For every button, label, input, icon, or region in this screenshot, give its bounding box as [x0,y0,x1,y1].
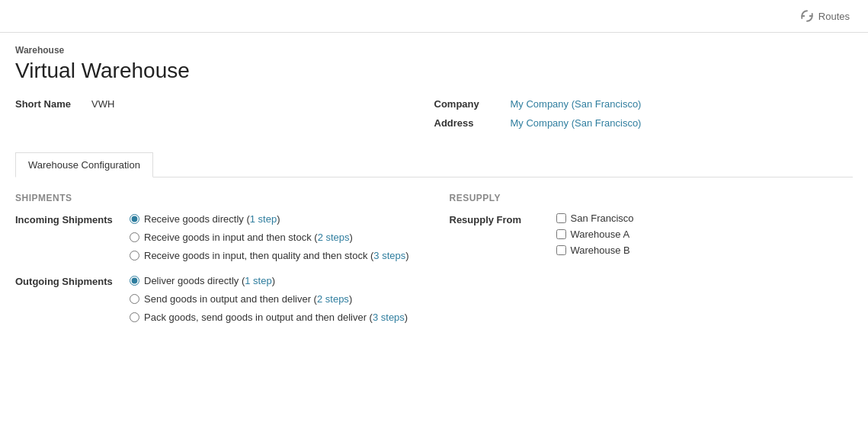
outgoing-option-3-text: Pack goods, send goods in output and the… [144,311,408,324]
resupply-options: San Francisco Warehouse A Warehouse B [556,213,634,256]
breadcrumb: Warehouse [15,45,853,56]
routes-label: Routes [818,11,850,22]
form-fields: Short Name VWH Company My Company (San F… [15,98,853,136]
resupply-option-warehouse-b-label: Warehouse B [571,245,630,256]
company-row: Company My Company (San Francisco) [434,98,854,110]
address-row: Address My Company (San Francisco) [434,117,854,129]
short-name-row: Short Name VWH [15,98,434,110]
outgoing-radio-3[interactable] [130,312,139,322]
outgoing-shipments-label: Outgoing Shipments [15,274,130,325]
resupply-option-san-francisco[interactable]: San Francisco [556,213,634,224]
incoming-highlight-3: 3 steps [373,250,405,261]
shipments-heading: Shipments [15,193,419,203]
outgoing-highlight-3: 3 steps [373,312,405,323]
address-label: Address [434,117,511,129]
resupply-field: Resupply From San Francisco Warehouse A [450,213,854,256]
incoming-highlight-1: 1 step [250,213,277,225]
resupply-checkbox-warehouse-a[interactable] [556,229,566,239]
incoming-option-2-text: Receive goods in input and then stock (2… [144,231,353,245]
resupply-checkbox-san-francisco[interactable] [556,213,566,223]
outgoing-option-1-text: Deliver goods directly (1 step) [144,274,275,288]
form-left: Short Name VWH [15,98,434,136]
section-content: Shipments Incoming Shipments Receive goo… [15,193,853,335]
outgoing-option-2[interactable]: Send goods in output and then deliver (2… [130,293,408,306]
resupply-option-warehouse-a-label: Warehouse A [571,229,630,240]
outgoing-radio-1[interactable] [130,276,139,286]
outgoing-highlight-1: 1 step [245,275,271,286]
resupply-heading: Resupply [450,193,854,203]
form-right: Company My Company (San Francisco) Addre… [434,98,854,136]
incoming-option-1-text: Receive goods directly (1 step) [144,213,280,226]
incoming-highlight-2: 2 steps [318,232,350,243]
shipments-section: Shipments Incoming Shipments Receive goo… [15,193,419,335]
config-sections: Shipments Incoming Shipments Receive goo… [15,193,853,335]
outgoing-shipments-options: Deliver goods directly (1 step) Send goo… [130,274,408,325]
tab-warehouse-configuration-label: Warehouse Configuration [28,159,140,171]
main-content: Warehouse Virtual Warehouse Short Name V… [0,33,868,347]
resupply-from-label: Resupply From [450,213,541,256]
incoming-radio-3[interactable] [130,251,139,261]
outgoing-option-3[interactable]: Pack goods, send goods in output and the… [130,311,408,324]
outgoing-highlight-2: 2 steps [317,293,349,305]
routes-icon [800,9,814,23]
company-value[interactable]: My Company (San Francisco) [511,98,642,110]
tab-warehouse-configuration[interactable]: Warehouse Configuration [15,152,153,177]
routes-button[interactable]: Routes [794,6,856,26]
resupply-section: Resupply Resupply From San Francisco War… [450,193,854,335]
page-title: Virtual Warehouse [15,59,853,83]
short-name-label: Short Name [15,98,91,110]
incoming-option-2[interactable]: Receive goods in input and then stock (2… [130,231,409,245]
top-bar: Routes [0,0,868,33]
resupply-checkbox-warehouse-b[interactable] [556,245,566,255]
resupply-option-warehouse-b[interactable]: Warehouse B [556,245,634,256]
incoming-shipments-options: Receive goods directly (1 step) Receive … [130,213,409,264]
resupply-option-san-francisco-label: San Francisco [571,213,634,224]
incoming-radio-2[interactable] [130,232,139,242]
incoming-option-3[interactable]: Receive goods in input, then quality and… [130,249,409,263]
outgoing-radio-2[interactable] [130,294,139,304]
incoming-shipments-field: Incoming Shipments Receive goods directl… [15,213,419,264]
outgoing-shipments-field: Outgoing Shipments Deliver goods directl… [15,274,419,325]
address-value[interactable]: My Company (San Francisco) [511,117,642,129]
company-label: Company [434,98,511,110]
incoming-option-1[interactable]: Receive goods directly (1 step) [130,213,409,226]
outgoing-option-1[interactable]: Deliver goods directly (1 step) [130,274,408,288]
incoming-radio-1[interactable] [130,214,139,224]
incoming-shipments-label: Incoming Shipments [15,213,130,264]
resupply-option-warehouse-a[interactable]: Warehouse A [556,229,634,240]
incoming-option-3-text: Receive goods in input, then quality and… [144,249,409,263]
tabs: Warehouse Configuration [15,152,853,177]
short-name-value: VWH [91,98,114,110]
outgoing-option-2-text: Send goods in output and then deliver (2… [144,293,352,306]
